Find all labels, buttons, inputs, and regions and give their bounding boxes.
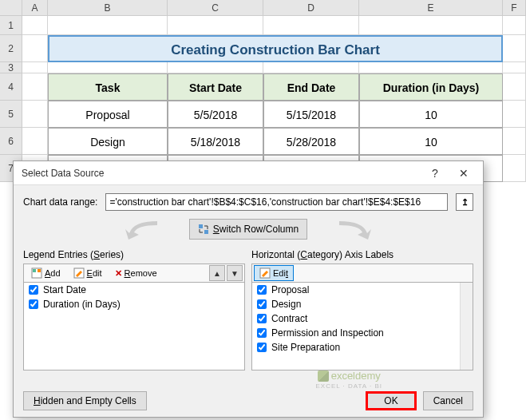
cell-start[interactable]: 5/18/2018 [168,128,263,155]
cell-task[interactable]: Design [48,128,168,155]
series-checkbox[interactable] [29,285,38,295]
axis-checkbox[interactable] [257,285,267,295]
edit-series-button[interactable]: Edit [68,265,108,281]
list-item[interactable]: Duration (in Days) [24,297,244,311]
row-header-4[interactable]: 4 [0,73,22,101]
row-header-1[interactable]: 1 [0,16,22,35]
svg-rect-3 [33,269,36,272]
legend-title: Legend Entries (Series) [23,249,245,260]
row-header-6[interactable]: 6 [0,128,22,155]
switch-icon [198,224,209,235]
axis-label: Contract [271,313,307,324]
axis-checkbox[interactable] [257,314,267,323]
chart-range-input[interactable] [105,193,448,211]
select-all-corner[interactable] [0,0,22,15]
cell-end[interactable]: 5/28/2018 [263,128,359,155]
series-checkbox[interactable] [29,299,38,309]
scrollbar[interactable] [460,283,473,370]
axis-listbox[interactable]: Proposal Design Contract Permission and … [251,283,473,370]
help-button[interactable]: ? [421,162,449,184]
axis-panel: Horizontal (Category) Axis Labels Edit P… [251,249,473,370]
col-header-d[interactable]: D [263,0,359,15]
arrow-right-icon [331,217,379,241]
cell-task[interactable]: Proposal [48,101,168,128]
legend-listbox[interactable]: Start Date Duration (in Days) [23,283,245,370]
list-item[interactable]: Start Date [24,283,244,297]
list-item[interactable]: Site Preparation [252,340,473,355]
axis-checkbox[interactable] [257,299,267,309]
add-icon [31,267,42,279]
row-header-2[interactable]: 2 [0,35,22,62]
row-header-5[interactable]: 5 [0,101,22,128]
axis-label: Site Preparation [271,342,340,353]
move-down-button[interactable]: ▼ [227,265,243,281]
list-item[interactable]: Permission and Inspection [252,326,473,340]
col-header-b[interactable]: B [48,0,168,15]
edit-axis-button[interactable]: Edit [254,265,294,281]
list-item[interactable]: Contract [252,311,473,326]
col-header-c[interactable]: C [168,0,263,15]
svg-rect-4 [38,269,41,272]
cancel-button[interactable]: Cancel [423,391,473,410]
dialog-titlebar: Select Data Source ? ✕ [14,161,483,185]
ok-button[interactable]: OK [366,391,416,410]
axis-label: Permission and Inspection [271,327,384,339]
cell-duration[interactable]: 10 [359,101,503,128]
arrow-left-icon [117,217,165,241]
col-header-f[interactable]: F [503,0,526,15]
title-cell[interactable]: Creating Construction Bar Chart [48,35,503,62]
axis-label: Design [271,299,301,310]
cell-start[interactable]: 5/5/2018 [168,101,263,128]
switch-row-column-button[interactable]: SSwitch Row/Columnwitch Row/Column [189,219,307,240]
legend-panel: Legend Entries (Series) Add Edit ✕ Remov… [23,249,245,370]
list-item[interactable]: Proposal [252,283,473,297]
collapse-icon: ↥ [461,197,469,208]
col-header-e[interactable]: E [359,0,503,15]
column-headers: A B C D E F [0,0,526,16]
svg-rect-0 [199,224,203,228]
select-data-dialog: Select Data Source ? ✕ Chart data range:… [13,160,484,418]
header-duration[interactable]: Duration (in Days) [359,73,503,101]
collapse-range-button[interactable]: ↥ [456,193,473,211]
spreadsheet: A B C D E F 1 2 Creating Construction Ba… [0,0,526,182]
dialog-title: Select Data Source [22,168,421,179]
series-label: Duration (in Days) [43,299,121,310]
axis-label: Proposal [271,284,309,295]
col-header-a[interactable]: A [22,0,48,15]
axis-title: Horizontal (Category) Axis Labels [251,249,473,260]
chart-range-label: Chart data range: [23,196,97,208]
edit-icon [259,267,271,279]
header-task[interactable]: Task [48,73,168,101]
svg-rect-1 [204,230,208,234]
edit-icon [73,267,85,279]
move-up-button[interactable]: ▲ [209,265,225,281]
remove-icon: ✕ [115,268,122,279]
cell-duration[interactable]: 10 [359,128,503,155]
series-label: Start Date [43,284,86,295]
remove-series-button[interactable]: ✕ Remove [109,265,163,281]
cell-end[interactable]: 5/15/2018 [263,101,359,128]
close-button[interactable]: ✕ [449,162,478,184]
add-series-button[interactable]: Add [26,265,66,281]
row-header-3[interactable]: 3 [0,62,22,73]
header-end[interactable]: End Date [263,73,359,101]
axis-checkbox[interactable] [257,328,267,338]
axis-checkbox[interactable] [257,343,267,352]
hidden-cells-button[interactable]: Hidden and Empty Cells [23,391,147,410]
header-start[interactable]: Start Date [168,73,263,101]
list-item[interactable]: Design [252,297,473,311]
